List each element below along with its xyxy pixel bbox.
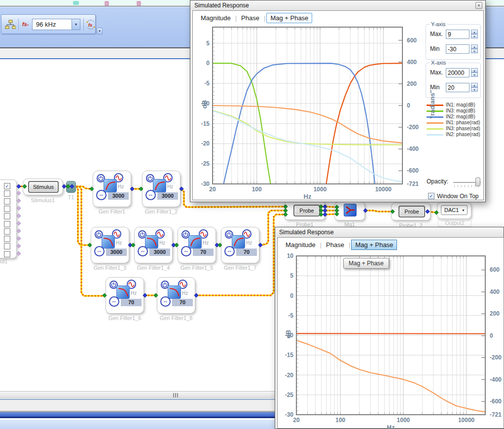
filter-frequency-value[interactable]: 70 xyxy=(172,299,193,306)
y2-tick-label: 200 xyxy=(407,80,417,87)
x-axis-title: Hz xyxy=(298,193,318,200)
filter-frequency-value[interactable]: 3000 xyxy=(108,192,129,200)
filter-frequency-value[interactable]: 3000 xyxy=(149,249,170,256)
y-tick-label: -25 xyxy=(277,392,293,398)
sample-rate-select[interactable]: 96 kHz ▼ xyxy=(32,19,80,30)
y2-tick-label: 200 xyxy=(490,310,500,317)
unused-pin[interactable] xyxy=(17,229,21,233)
frequency-arrows-icon[interactable]: ⇔ xyxy=(138,246,148,256)
channel-checkbox[interactable]: ✓ xyxy=(4,183,10,189)
y2-tick-label: -600 xyxy=(490,398,502,405)
simulated-response-window-2[interactable]: Simulated Response Magnitude|Phase|Mag +… xyxy=(275,227,504,429)
hierarchy-icon[interactable] xyxy=(5,19,16,30)
fs-convert-icon[interactable]: fs xyxy=(85,19,96,30)
y2-tick-label: -600 xyxy=(407,167,419,174)
hz-unit-label: Hz xyxy=(246,240,252,246)
unused-pin[interactable] xyxy=(17,251,21,255)
x-tick-label: 100 xyxy=(243,186,271,193)
unused-pin[interactable] xyxy=(17,206,21,210)
gen-filter-block[interactable]: Hz ⇔ 70 xyxy=(106,277,144,314)
sample-rate-toolbar: fs- 96 kHz ▼ fs xyxy=(1,14,96,34)
dropdown-arrow-icon: ▼ xyxy=(462,209,465,212)
channel-checkbox[interactable] xyxy=(4,198,10,205)
input-block-label: out1 xyxy=(0,258,17,264)
gen-filter-block[interactable]: Hz ⇔ 70 xyxy=(221,227,259,263)
app-screen: fs- 96 kHz ▼ fs ▼ ✓ out1 Stimulus Stimul… xyxy=(0,0,504,429)
frequency-arrows-icon[interactable]: ⇔ xyxy=(94,246,105,256)
frequency-arrows-icon[interactable]: ⇔ xyxy=(145,190,156,200)
y-tick-label: -20 xyxy=(193,140,210,147)
gen-filter-block[interactable]: Hz ⇔ 70 xyxy=(178,227,216,263)
y2-tick-label: 400 xyxy=(490,288,500,295)
x-tick-label: 10000 xyxy=(369,186,397,193)
filter-response-icon[interactable] xyxy=(116,286,130,299)
y2-tick-label: -400 xyxy=(407,145,419,152)
channel-checkbox[interactable] xyxy=(4,236,10,242)
chart-plot xyxy=(190,0,486,203)
channel-checkbox[interactable] xyxy=(4,221,10,227)
channel-checkbox[interactable] xyxy=(4,206,10,212)
frequency-arrows-icon[interactable]: ⇔ xyxy=(160,296,171,307)
unused-pin[interactable] xyxy=(17,244,21,248)
gen-filter-block[interactable]: Hz ⇔ 3000 xyxy=(142,171,180,207)
y-axis-title: dB xyxy=(285,317,292,352)
filter-frequency-value[interactable]: 70 xyxy=(236,249,257,256)
channel-checkbox[interactable] xyxy=(4,251,10,257)
probe2-block[interactable]: Probe xyxy=(391,203,431,220)
unused-pin[interactable] xyxy=(17,191,21,195)
filter-response-icon[interactable] xyxy=(102,235,115,249)
unused-pin[interactable] xyxy=(17,199,21,203)
x-tick-label: 1000 xyxy=(306,186,334,193)
gen-filter-label: Gen Filter1_8 xyxy=(149,315,203,321)
tee-block[interactable] xyxy=(66,181,76,193)
stimulus-button[interactable]: Stimulus xyxy=(28,181,59,193)
filter-response-icon[interactable] xyxy=(188,235,202,249)
top-strip-mark xyxy=(137,1,141,6)
y-tick-label: -5 xyxy=(193,80,210,87)
frequency-arrows-icon[interactable]: ⇔ xyxy=(109,296,119,307)
scrollbar-grip[interactable] xyxy=(171,393,180,397)
simulated-response-window-1[interactable]: Simulated Response × Magnitude|Phase|Mag… xyxy=(190,0,486,202)
filter-response-icon[interactable] xyxy=(153,179,166,192)
gen-filter-block[interactable]: Hz ⇔ 3000 xyxy=(93,171,131,207)
y2-tick-label: -400 xyxy=(490,376,502,383)
x-axis-title: Hz xyxy=(381,424,401,429)
channel-checkbox[interactable] xyxy=(4,190,10,197)
wire xyxy=(366,211,392,212)
filter-frequency-value[interactable]: 3000 xyxy=(106,249,127,256)
toolbar-overflow-icon[interactable]: ▼ xyxy=(97,28,103,35)
frequency-arrows-icon[interactable]: ⇔ xyxy=(224,246,235,256)
unused-pin[interactable] xyxy=(17,214,21,218)
filter-frequency-value[interactable]: 3000 xyxy=(157,192,178,200)
filter-response-icon[interactable] xyxy=(232,235,245,249)
gen-filter-block[interactable]: Hz ⇔ 3000 xyxy=(91,227,129,263)
channel-checkbox[interactable] xyxy=(4,228,10,235)
filter-response-icon[interactable] xyxy=(145,235,158,249)
y-tick-label: -25 xyxy=(193,160,210,167)
channel-checkbox[interactable] xyxy=(4,213,10,219)
filter-frequency-value[interactable]: 70 xyxy=(193,249,214,256)
probe2-button[interactable]: Probe xyxy=(398,206,425,217)
filter-response-icon[interactable] xyxy=(104,179,117,192)
x-tick-label: 100 xyxy=(326,417,354,424)
unused-pin[interactable] xyxy=(17,221,21,225)
channel-checkbox[interactable] xyxy=(4,243,10,250)
dac-select[interactable]: DAC1 ▼ xyxy=(441,205,468,215)
tee-label: T1 xyxy=(64,194,78,200)
stimulus-block[interactable]: Stimulus xyxy=(23,179,63,195)
dropdown-arrow-icon[interactable]: ▼ xyxy=(72,19,80,30)
frequency-arrows-icon[interactable]: ⇔ xyxy=(181,246,191,256)
x-tick-label: 1000 xyxy=(390,417,417,424)
input-channel-block[interactable]: ✓ xyxy=(0,179,17,258)
x-tick-label: 10000 xyxy=(453,417,480,424)
filter-frequency-value[interactable]: 70 xyxy=(121,299,142,306)
filter-response-icon[interactable] xyxy=(168,286,181,299)
frequency-arrows-icon[interactable]: ⇔ xyxy=(96,190,107,200)
unused-pin[interactable] xyxy=(17,236,21,240)
gen-filter-block[interactable]: Hz ⇔ 70 xyxy=(157,277,195,314)
output-pin[interactable] xyxy=(17,184,21,188)
probe1-block[interactable]: Probe xyxy=(284,201,325,220)
probe1-button[interactable]: Probe xyxy=(293,205,320,216)
y2-tick-label: -721 xyxy=(490,411,502,418)
gen-filter-block[interactable]: Hz ⇔ 3000 xyxy=(134,227,173,263)
